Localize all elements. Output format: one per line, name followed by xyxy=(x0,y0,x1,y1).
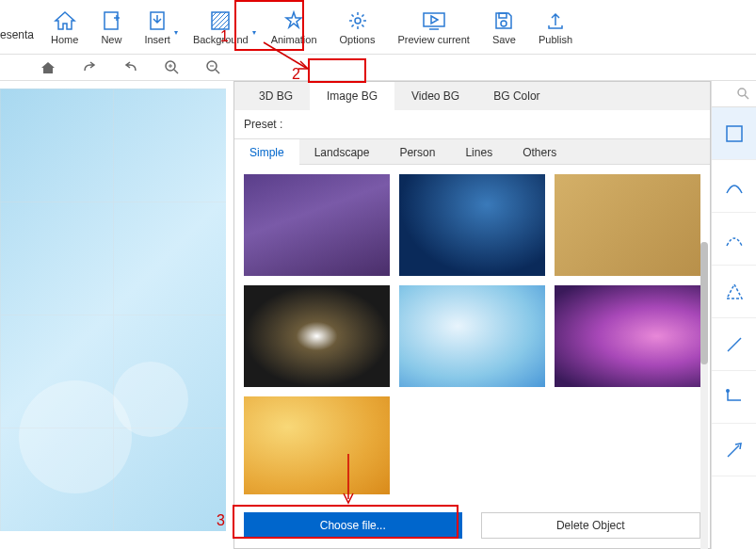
insert-icon xyxy=(148,9,167,32)
bg-thumbnail[interactable] xyxy=(555,285,700,387)
svg-rect-25 xyxy=(727,126,742,141)
preset-tab-others[interactable]: Others xyxy=(507,139,571,166)
dropdown-icon: ▾ xyxy=(252,28,256,37)
preset-tab-person[interactable]: Person xyxy=(384,139,450,166)
preset-tab-landscape[interactable]: Landscape xyxy=(299,139,385,166)
home-button[interactable]: Home xyxy=(40,0,89,54)
home-label: Home xyxy=(51,34,78,45)
preset-label: Preset : xyxy=(234,110,710,138)
save-button[interactable]: Save xyxy=(481,0,527,54)
undo-icon[interactable] xyxy=(121,57,141,78)
app-label: esenta xyxy=(0,0,40,54)
svg-line-26 xyxy=(728,338,741,351)
tab-3d-bg[interactable]: 3D BG xyxy=(242,82,310,110)
redo-icon[interactable] xyxy=(79,57,100,78)
svg-line-6 xyxy=(212,12,221,22)
svg-line-24 xyxy=(745,95,748,99)
canvas-area[interactable] xyxy=(0,81,233,549)
save-icon xyxy=(493,9,514,32)
canvas[interactable] xyxy=(0,89,226,531)
background-panel: 3D BG Image BG Video BG BG Color Preset … xyxy=(233,81,711,549)
svg-point-23 xyxy=(738,89,746,96)
home-icon xyxy=(54,9,76,32)
options-button[interactable]: Options xyxy=(329,0,387,54)
shape-arc-dashed-tool[interactable] xyxy=(712,213,756,266)
choose-file-button[interactable]: Choose file... xyxy=(244,512,462,539)
zoom-out-icon[interactable] xyxy=(203,57,224,78)
bg-thumbnail[interactable] xyxy=(399,396,545,494)
new-icon xyxy=(102,9,121,32)
options-label: Options xyxy=(340,34,376,45)
svg-rect-12 xyxy=(424,13,444,26)
shape-triangle-dashed-tool[interactable] xyxy=(712,266,756,318)
svg-line-10 xyxy=(223,24,229,29)
bg-thumbnail[interactable] xyxy=(244,174,390,276)
scrollbar[interactable] xyxy=(700,242,708,549)
tab-bg-color[interactable]: BG Color xyxy=(476,82,556,110)
publish-button[interactable]: Publish xyxy=(527,0,584,54)
zoom-in-icon[interactable] xyxy=(162,57,183,78)
shape-line-tool[interactable] xyxy=(712,318,756,371)
new-button[interactable]: New xyxy=(89,0,133,54)
background-button[interactable]: Background ▾ xyxy=(182,0,260,54)
shape-elbow-tool[interactable] xyxy=(712,371,756,424)
shape-arc-tool[interactable] xyxy=(712,160,756,213)
svg-point-11 xyxy=(355,18,361,24)
preset-tab-simple[interactable]: Simple xyxy=(234,139,299,166)
dropdown-icon: ▾ xyxy=(174,28,178,37)
thumbnail-grid xyxy=(234,165,710,494)
animation-label: Animation xyxy=(271,34,317,45)
bg-thumbnail[interactable] xyxy=(244,285,390,387)
svg-line-9 xyxy=(218,19,229,29)
options-icon xyxy=(347,9,368,32)
bg-thumbnail[interactable] xyxy=(399,285,545,387)
bg-thumbnail[interactable] xyxy=(244,396,390,494)
right-toolbar xyxy=(711,81,756,549)
search-icon[interactable] xyxy=(712,81,756,107)
insert-button[interactable]: Insert ▾ xyxy=(133,0,182,54)
svg-point-27 xyxy=(726,389,730,393)
bg-thumbnail[interactable] xyxy=(555,396,700,494)
preview-icon xyxy=(422,9,446,32)
svg-rect-14 xyxy=(499,13,507,18)
publish-label: Publish xyxy=(539,34,572,45)
svg-line-17 xyxy=(174,70,178,73)
svg-line-21 xyxy=(216,70,219,73)
svg-rect-0 xyxy=(105,12,118,29)
shape-rectangle-tool[interactable] xyxy=(712,107,756,160)
animation-icon xyxy=(282,9,305,32)
save-label: Save xyxy=(492,34,516,45)
animation-button[interactable]: Animation xyxy=(260,0,329,54)
shape-arrow-tool[interactable] xyxy=(712,424,756,476)
background-icon xyxy=(210,9,231,32)
new-label: New xyxy=(101,34,121,45)
publish-icon xyxy=(545,9,566,32)
bg-thumbnail[interactable] xyxy=(399,174,545,276)
delete-object-button[interactable]: Delete Object xyxy=(481,512,701,539)
preset-tab-lines[interactable]: Lines xyxy=(450,139,507,166)
background-label: Background xyxy=(193,34,249,45)
insert-label: Insert xyxy=(144,34,170,45)
preview-label: Preview current xyxy=(397,34,469,45)
bg-thumbnail[interactable] xyxy=(555,174,700,276)
tab-video-bg[interactable]: Video BG xyxy=(394,82,476,110)
home-small-icon[interactable] xyxy=(38,57,58,78)
preview-button[interactable]: Preview current xyxy=(386,0,480,54)
svg-point-15 xyxy=(501,21,507,26)
tab-image-bg[interactable]: Image BG xyxy=(310,82,394,110)
svg-line-28 xyxy=(728,445,739,457)
